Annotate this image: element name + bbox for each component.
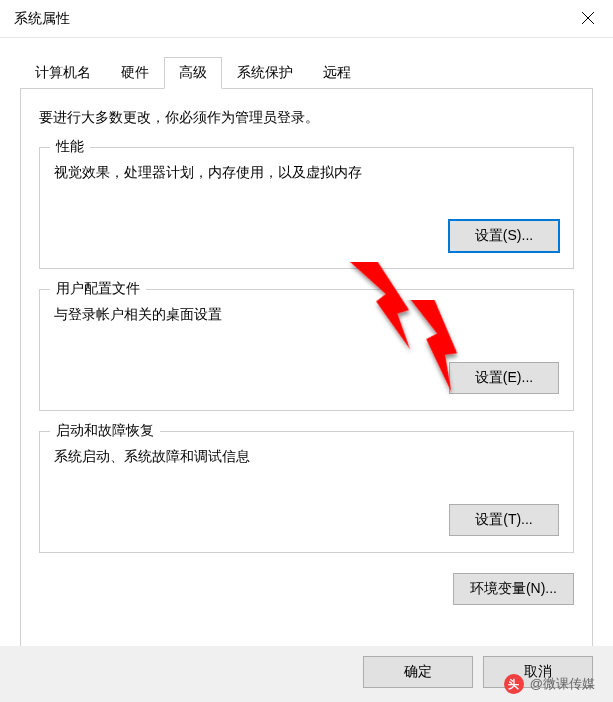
tab-hardware[interactable]: 硬件: [106, 57, 164, 89]
tab-computer-name[interactable]: 计算机名: [20, 57, 106, 89]
performance-settings-button[interactable]: 设置(S)...: [449, 220, 559, 252]
tab-strip: 计算机名 硬件 高级 系统保护 远程: [20, 56, 593, 89]
tab-advanced[interactable]: 高级: [164, 57, 222, 89]
close-button[interactable]: [563, 0, 613, 38]
environment-variables-button[interactable]: 环境变量(N)...: [453, 573, 574, 605]
admin-notice: 要进行大多数更改，你必须作为管理员登录。: [39, 109, 574, 127]
group-user-profiles: 用户配置文件 与登录帐户相关的桌面设置 设置(E)...: [39, 289, 574, 411]
startup-settings-button[interactable]: 设置(T)...: [449, 504, 559, 536]
close-icon: [582, 8, 594, 29]
group-startup: 启动和故障恢复 系统启动、系统故障和调试信息 设置(T)...: [39, 431, 574, 553]
watermark-text: @微课传媒: [530, 675, 595, 693]
tab-system-protection[interactable]: 系统保护: [222, 57, 308, 89]
titlebar: 系统属性: [0, 0, 613, 38]
group-performance-title: 性能: [50, 138, 90, 156]
group-performance: 性能 视觉效果，处理器计划，内存使用，以及虚拟内存 设置(S)...: [39, 147, 574, 269]
group-startup-desc: 系统启动、系统故障和调试信息: [54, 448, 559, 466]
tab-remote[interactable]: 远程: [308, 57, 366, 89]
ok-button[interactable]: 确定: [363, 656, 473, 688]
watermark-icon: 头: [504, 674, 524, 694]
group-user-profiles-title: 用户配置文件: [50, 280, 146, 298]
group-performance-desc: 视觉效果，处理器计划，内存使用，以及虚拟内存: [54, 164, 559, 182]
group-user-profiles-desc: 与登录帐户相关的桌面设置: [54, 306, 559, 324]
tab-page-advanced: 要进行大多数更改，你必须作为管理员登录。 性能 视觉效果，处理器计划，内存使用，…: [20, 89, 593, 651]
window-title: 系统属性: [14, 10, 70, 28]
user-profiles-settings-button[interactable]: 设置(E)...: [449, 362, 559, 394]
watermark: 头 @微课传媒: [504, 674, 595, 694]
group-startup-title: 启动和故障恢复: [50, 422, 160, 440]
